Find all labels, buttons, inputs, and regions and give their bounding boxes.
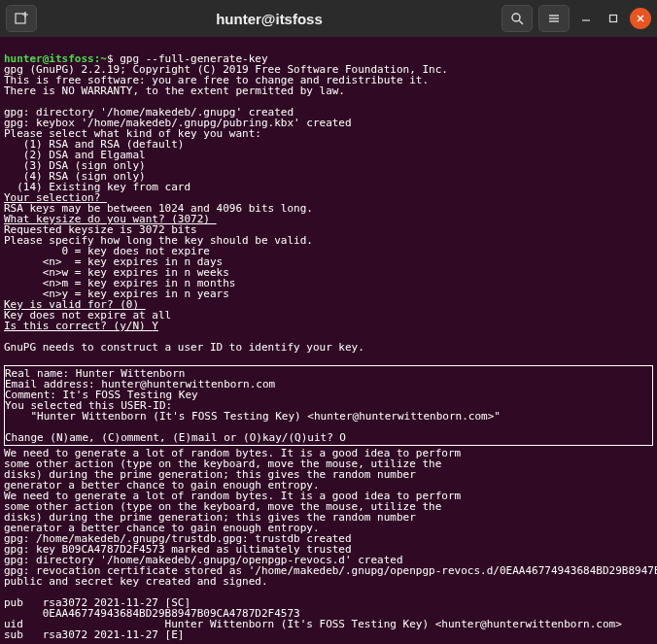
user-id-box: Real name: Hunter Wittenborn Email addre… (4, 365, 653, 446)
terminal-output[interactable]: hunter@itsfoss:~$ gpg --full-generate-ke… (0, 37, 657, 644)
svg-rect-7 (610, 16, 617, 22)
close-button[interactable] (630, 8, 651, 29)
minimize-button[interactable] (575, 8, 597, 29)
output-line: "Hunter Wittenborn (It's FOSS Testing Ke… (5, 410, 501, 423)
search-button[interactable] (501, 5, 533, 32)
output-line: Change (N)ame, (C)omment, (E)mail or (O)… (5, 431, 346, 444)
output-line: public and secret key created and signed… (4, 575, 268, 588)
svg-point-1 (512, 14, 520, 21)
output-line: Is this correct? (y/N) (4, 320, 152, 332)
window-title: hunter@itsfoss (43, 11, 496, 27)
output-line: GnuPG needs to construct a user ID to id… (4, 341, 364, 354)
maximize-button[interactable] (603, 8, 624, 29)
titlebar: hunter@itsfoss (0, 0, 657, 37)
new-tab-button[interactable] (6, 5, 37, 32)
output-line: There is NO WARRANTY, to the extent perm… (4, 85, 345, 97)
svg-line-2 (519, 20, 523, 24)
output-line: Y (152, 320, 158, 332)
menu-button[interactable] (538, 5, 570, 32)
output-line: sub rsa3072 2021-11-27 [E] (4, 628, 184, 641)
